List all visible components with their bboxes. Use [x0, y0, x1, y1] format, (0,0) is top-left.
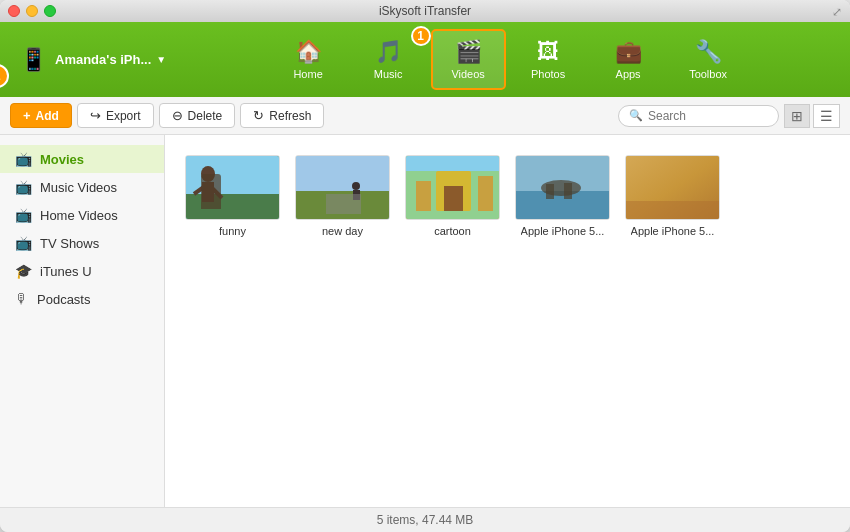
music-badge: 1 — [411, 26, 431, 46]
minimize-button[interactable] — [26, 5, 38, 17]
svg-rect-20 — [546, 184, 554, 199]
svg-rect-15 — [478, 176, 493, 211]
nav-label-photos: Photos — [531, 68, 565, 80]
step-badge-2: 2 — [0, 64, 9, 88]
toolbox-icon: 🔧 — [695, 39, 722, 65]
refresh-button[interactable]: ↻ Refresh — [240, 103, 324, 128]
export-button[interactable]: ↪ Export — [77, 103, 154, 128]
toolbar: 📱 Amanda's iPh... ▼ 2 🏠 Home 🎵 Music 1 🎬… — [0, 22, 850, 97]
svg-rect-14 — [416, 181, 431, 211]
svg-rect-16 — [406, 156, 500, 171]
sidebar: 📺 Movies 📺 Music Videos 📺 Home Videos 📺 … — [0, 135, 165, 507]
sidebar-item-movies[interactable]: 📺 Movies — [0, 145, 164, 173]
svg-rect-21 — [564, 183, 572, 199]
nav-items: 🏠 Home 🎵 Music 1 🎬 Videos 🖼 Photos 💼 App… — [176, 29, 840, 90]
music-icon: 🎵 — [375, 39, 402, 65]
sidebar-item-podcasts-label: Podcasts — [37, 292, 90, 307]
device-name: Amanda's iPh... — [55, 52, 151, 67]
delete-label: Delete — [188, 109, 223, 123]
music-videos-icon: 📺 — [15, 179, 32, 195]
nav-item-videos[interactable]: 🎬 Videos — [431, 29, 506, 90]
nav-item-home[interactable]: 🏠 Home — [271, 31, 346, 88]
nav-item-photos[interactable]: 🖼 Photos — [511, 31, 586, 88]
svg-rect-3 — [202, 182, 214, 202]
sidebar-item-music-videos[interactable]: 📺 Music Videos — [0, 173, 164, 201]
video-thumbnail-cartoon — [405, 155, 500, 220]
search-icon: 🔍 — [629, 109, 643, 122]
video-label-cartoon: cartoon — [434, 225, 471, 237]
list-item[interactable]: Apple iPhone 5... — [515, 155, 610, 237]
status-text: 5 items, 47.44 MB — [377, 513, 474, 527]
sidebar-item-movies-label: Movies — [40, 152, 84, 167]
nav-label-videos: Videos — [451, 68, 484, 80]
refresh-label: Refresh — [269, 109, 311, 123]
nav-item-music[interactable]: 🎵 Music 1 — [351, 31, 426, 88]
sidebar-item-itunes-u[interactable]: 🎓 iTunes U — [0, 257, 164, 285]
list-item[interactable]: cartoon — [405, 155, 500, 237]
grid-view-button[interactable]: ⊞ — [784, 104, 810, 128]
video-thumbnail-iphone1 — [515, 155, 610, 220]
video-thumbnail-funny — [185, 155, 280, 220]
video-thumbnail-newday — [295, 155, 390, 220]
list-view-button[interactable]: ☰ — [813, 104, 840, 128]
nav-item-toolbox[interactable]: 🔧 Toolbox — [671, 31, 746, 88]
maximize-button[interactable] — [44, 5, 56, 17]
nav-label-home: Home — [293, 68, 322, 80]
sidebar-item-tv-shows[interactable]: 📺 TV Shows — [0, 229, 164, 257]
nav-item-apps[interactable]: 💼 Apps — [591, 31, 666, 88]
video-label-iphone2: Apple iPhone 5... — [631, 225, 715, 237]
svg-point-2 — [201, 166, 215, 182]
video-label-iphone1: Apple iPhone 5... — [521, 225, 605, 237]
movies-icon: 📺 — [15, 151, 32, 167]
delete-button[interactable]: ⊖ Delete — [159, 103, 236, 128]
sidebar-item-home-videos[interactable]: 📺 Home Videos — [0, 201, 164, 229]
video-label-funny: funny — [219, 225, 246, 237]
list-item[interactable]: Apple iPhone 5... — [625, 155, 720, 237]
content-area: funny new — [165, 135, 850, 507]
window-resize-icon: ⤢ — [832, 5, 842, 19]
add-button[interactable]: + Add — [10, 103, 72, 128]
sidebar-item-podcasts[interactable]: 🎙 Podcasts — [0, 285, 164, 313]
close-button[interactable] — [8, 5, 20, 17]
window-title: iSkysoft iTransfer — [379, 4, 471, 18]
chevron-down-icon: ▼ — [156, 54, 166, 65]
video-grid: funny new — [180, 150, 835, 242]
main-content: 📺 Movies 📺 Music Videos 📺 Home Videos 📺 … — [0, 135, 850, 507]
tv-shows-icon: 📺 — [15, 235, 32, 251]
svg-rect-1 — [186, 194, 280, 220]
export-icon: ↪ — [90, 108, 101, 123]
svg-point-8 — [352, 182, 360, 190]
sidebar-item-itunes-u-label: iTunes U — [40, 264, 92, 279]
search-box: 🔍 — [618, 105, 779, 127]
svg-rect-13 — [444, 186, 463, 211]
svg-rect-10 — [326, 194, 361, 214]
videos-icon: 🎬 — [455, 39, 482, 65]
nav-label-apps: Apps — [616, 68, 641, 80]
video-label-newday: new day — [322, 225, 363, 237]
plus-icon: + — [23, 108, 31, 123]
export-label: Export — [106, 109, 141, 123]
home-icon: 🏠 — [295, 39, 322, 65]
delete-icon: ⊖ — [172, 108, 183, 123]
list-item[interactable]: funny — [185, 155, 280, 237]
device-icon: 📱 — [20, 47, 47, 73]
window-controls — [8, 5, 56, 17]
video-thumbnail-iphone2 — [625, 155, 720, 220]
nav-label-toolbox: Toolbox — [689, 68, 727, 80]
search-input[interactable] — [648, 109, 768, 123]
add-button-label: Add — [36, 109, 59, 123]
svg-rect-23 — [626, 201, 720, 220]
nav-label-music: Music — [374, 68, 403, 80]
refresh-icon: ↻ — [253, 108, 264, 123]
sidebar-item-tv-shows-label: TV Shows — [40, 236, 99, 251]
action-bar: + Add ↪ Export ⊖ Delete ↻ Refresh 🔍 ⊞ ☰ — [0, 97, 850, 135]
list-item[interactable]: new day — [295, 155, 390, 237]
sidebar-item-home-videos-label: Home Videos — [40, 208, 118, 223]
itunes-u-icon: 🎓 — [15, 263, 32, 279]
app-window: iSkysoft iTransfer ⤢ 📱 Amanda's iPh... ▼… — [0, 0, 850, 532]
home-videos-icon: 📺 — [15, 207, 32, 223]
svg-line-5 — [208, 184, 222, 198]
device-selector[interactable]: 📱 Amanda's iPh... ▼ 2 — [10, 42, 176, 78]
view-toggle: ⊞ ☰ — [784, 104, 840, 128]
title-bar: iSkysoft iTransfer ⤢ — [0, 0, 850, 22]
